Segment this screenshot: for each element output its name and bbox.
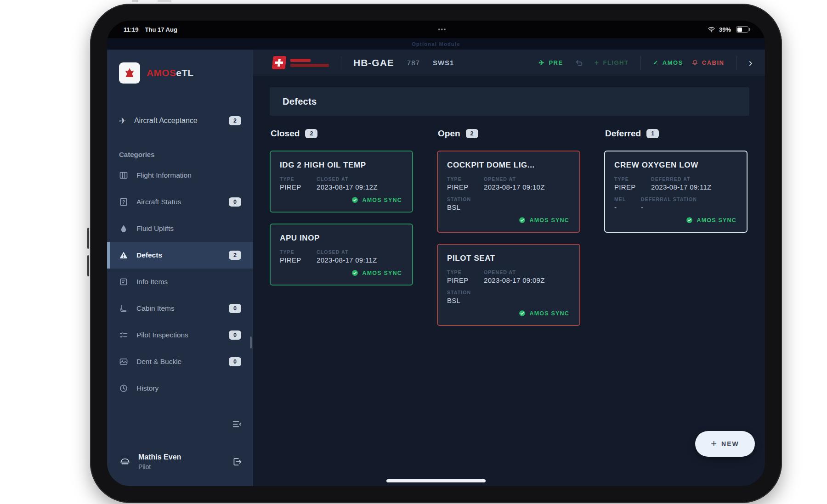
clock-icon [119,384,128,393]
app-title: AMOSeTL [147,67,193,78]
sidebar-item-cabin-items[interactable]: Cabin Items 0 [107,295,253,322]
plane-icon: ✈ [538,59,545,66]
field-value: 2023-08-17 09:12Z [317,183,403,196]
new-label: NEW [721,440,739,448]
check-circle-icon [351,269,358,276]
battery-percent: 39% [719,26,731,33]
check-circle-icon [351,196,358,203]
sidebar-item-info-items[interactable]: Info Items [107,269,253,295]
count-badge: 0 [229,304,241,313]
optional-module-label: Optional Module [412,41,460,47]
screenshot-artifact [158,0,171,2]
swiss-flag-icon [272,56,286,69]
defect-card[interactable]: CREW OXYGEN LOW TYPE DEFERRED AT PIREP 2… [604,151,748,233]
sidebar-item-label: Info Items [136,278,168,286]
chevron-right-icon[interactable]: › [749,57,753,68]
panel-title-bar: Defects [270,87,749,116]
warning-triangle-icon [119,251,128,260]
field-label: TYPE [447,269,484,276]
sidebar: AMOSeTL ✈ Aircraft Acceptance 2 Categori… [107,50,253,486]
flight-code: SWS1 [433,59,454,67]
sidebar-item-flight-information[interactable]: Flight Information [107,162,253,189]
aircraft-type: 787 [407,59,420,67]
sidebar-item-history[interactable]: History [107,375,253,402]
amos-sync-button[interactable]: ✓ AMOS [653,59,683,66]
add-flight-button[interactable]: + FLIGHT [595,59,629,67]
defect-title: CREW OXYGEN LOW [614,161,737,170]
sync-status: AMOS SYNC [614,217,737,227]
screenshot-artifact [132,0,138,2]
sidebar-item-label: Cabin Items [136,304,175,313]
field-label: DEFERRED AT [651,176,737,183]
field-value: PIREP [280,256,317,269]
defect-title: COCKPIT DOME LIG... [447,161,570,170]
field-label: STATION [447,290,570,297]
ipad-device-frame: 11:19 Thu 17 Aug ••• 39% Optional Module [90,4,782,503]
sidebar-item-pilot-inspections[interactable]: Pilot Inspections 0 [107,322,253,348]
home-indicator[interactable] [386,479,486,482]
column-title: Closed [271,129,300,139]
status-bar: 11:19 Thu 17 Aug ••• 39% [107,21,765,38]
cabin-alert-button[interactable]: CABIN [691,59,725,66]
status-time: 11:19 [124,26,139,33]
swiss-airlines-logo [272,56,329,69]
optional-module-strip: Optional Module [107,38,765,50]
flight-toolbar: HB-GAE 787 SWS1 ✈ PRE + FLIGHT [253,50,765,76]
plane-icon: ✈ [119,117,126,125]
app-title-amos: AMOS [147,67,176,78]
sidebar-item-aircraft-status[interactable]: ? Aircraft Status 0 [107,189,253,215]
defect-card[interactable]: COCKPIT DOME LIG... TYPE OPENED AT PIREP… [437,151,580,233]
pilot-cap-icon [119,456,131,468]
volume-up-button[interactable] [87,228,89,249]
field-label: MEL [614,196,641,203]
checklist-icon [119,330,128,340]
sidebar-item-defects[interactable]: Defects 2 [107,242,253,269]
status-menu-dots[interactable]: ••• [177,26,708,33]
sidebar-scrollbar-thumb[interactable] [250,336,252,348]
count-badge: 2 [305,129,317,138]
field-label: TYPE [447,176,484,183]
count-badge: 2 [466,129,478,138]
new-defect-button[interactable]: + NEW [695,431,755,457]
defect-title: IDG 2 HIGH OIL TEMP [280,161,403,170]
field-value: PIREP [447,276,484,290]
field-value: - [614,203,641,217]
defect-card[interactable]: IDG 2 HIGH OIL TEMP TYPE CLOSED AT PIREP… [270,151,413,213]
field-value: BSL [447,297,570,310]
defect-card[interactable]: PILOT SEAT TYPE OPENED AT PIREP 2023-08-… [437,244,580,326]
defect-title: APU INOP [280,234,403,243]
collapse-sidebar-icon[interactable] [232,419,242,429]
count-badge: 0 [229,357,241,366]
cabin-label: CABIN [702,59,725,66]
count-badge: 2 [229,116,241,125]
field-label: CLOSED AT [317,176,403,183]
sidebar-item-label: Fluid Uplifts [136,224,174,233]
sync-label: AMOS SYNC [529,217,569,224]
sidebar-item-aircraft-acceptance[interactable]: ✈ Aircraft Acceptance 2 [107,110,253,131]
check-circle-icon [519,310,526,317]
amos-label: AMOS [663,59,683,66]
sidebar-item-label: Aircraft Acceptance [134,117,198,125]
count-badge: 2 [229,251,241,260]
pre-flight-button[interactable]: ✈ PRE [538,59,563,66]
sidebar-item-label: History [136,384,159,392]
defect-card[interactable]: APU INOP TYPE CLOSED AT PIREP 2023-08-17… [270,224,413,286]
field-value: BSL [447,203,570,217]
check-icon: ✓ [653,59,658,66]
wifi-icon [708,26,715,33]
sidebar-item-dent-buckle[interactable]: Dent & Buckle 0 [107,348,253,375]
sync-status: AMOS SYNC [280,269,403,280]
column-title: Open [438,129,460,139]
sidebar-item-fluid-uplifts[interactable]: Fluid Uplifts [107,215,253,242]
undo-icon[interactable] [574,58,583,67]
sync-status: AMOS SYNC [447,217,570,227]
volume-down-button[interactable] [87,255,89,276]
user-profile[interactable]: Mathis Even Pilot [119,453,242,470]
photo-icon [119,357,128,366]
user-name: Mathis Even [138,453,181,461]
count-badge: 0 [229,197,241,207]
sync-label: AMOS SYNC [697,217,736,224]
logout-icon[interactable] [232,457,242,467]
flight-label: FLIGHT [603,59,629,66]
count-badge: 1 [646,129,659,138]
